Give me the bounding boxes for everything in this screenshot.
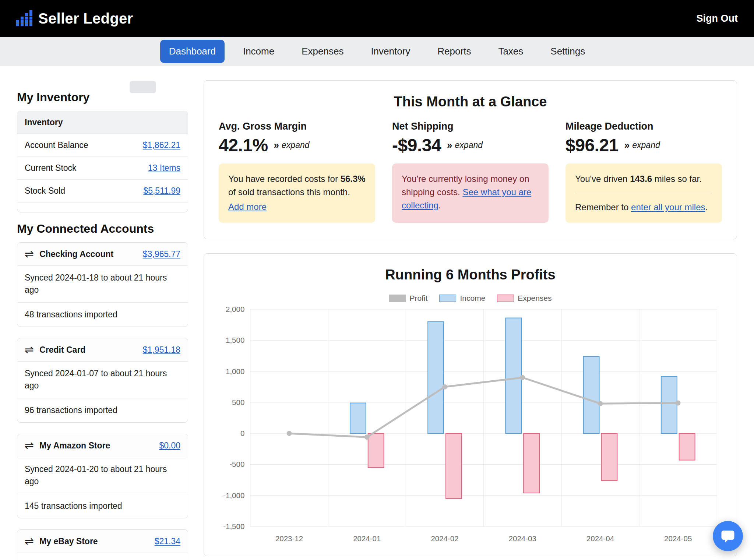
account-balance-link[interactable]: $1,862.21 (143, 140, 180, 150)
svg-text:2024-01: 2024-01 (353, 534, 381, 543)
legend-label: Income (460, 294, 485, 303)
account-transactions-text: 145 transactions imported (17, 494, 188, 518)
main-nav: Dashboard Income Expenses Inventory Repo… (0, 37, 754, 66)
stock-sold-link[interactable]: $5,511.99 (143, 186, 180, 196)
metric-value: 42.1% (219, 135, 268, 155)
chevrons-icon: » (447, 140, 452, 151)
account-balance-link[interactable]: $1,951.18 (143, 345, 180, 355)
account-transactions-text: 96 transactions imported (17, 398, 188, 422)
legend-swatch (389, 295, 406, 302)
account-name: Checking Account (39, 249, 113, 259)
glance-card: This Month at a Glance Avg. Gross Margin… (204, 80, 737, 239)
tab-expenses[interactable]: Expenses (293, 40, 352, 63)
note-line: You've driven 143.6 miles so far. (575, 172, 712, 186)
sync-icon: ⇌ (25, 440, 34, 451)
metric-gross-margin: Avg. Gross Margin 42.1% » expand You hav… (219, 121, 375, 223)
account-balance-link[interactable]: $3,965.77 (143, 249, 180, 259)
svg-text:-1,000: -1,000 (223, 491, 244, 499)
account-card-header: ⇌ My Amazon Store $0.00 (17, 434, 188, 457)
sign-out-link[interactable]: Sign Out (697, 13, 738, 24)
chat-bubble-icon (720, 529, 735, 543)
row-label: Stock Sold (25, 186, 65, 196)
legend-item[interactable]: Income (439, 294, 485, 303)
account-synced-text: Synced 2024-01-20 to about 21 hours ago (17, 457, 188, 494)
glance-metrics: Avg. Gross Margin 42.1% » expand You hav… (219, 121, 722, 223)
account-name: My eBay Store (39, 536, 98, 546)
expand-mileage-link[interactable]: » expand (624, 140, 660, 151)
expand-gross-margin-link[interactable]: » expand (274, 140, 310, 151)
brand-logo-icon (16, 10, 32, 27)
right-column: This Month at a Glance Avg. Gross Margin… (204, 80, 737, 560)
inventory-card: Inventory Account Balance $1,862.21 Curr… (17, 111, 188, 212)
tab-dashboard[interactable]: Dashboard (160, 40, 225, 63)
account-transactions-text: 48 transactions imported (17, 303, 188, 327)
note-bold: 143.6 (630, 174, 652, 184)
note-text: Remember to (575, 202, 631, 212)
svg-text:2024-03: 2024-03 (509, 534, 536, 543)
svg-text:1,500: 1,500 (226, 336, 244, 344)
tab-inventory[interactable]: Inventory (362, 40, 419, 63)
svg-text:500: 500 (232, 398, 244, 406)
profits-chart: -1,500-1,000-50005001,0001,5002,0002023-… (219, 305, 722, 548)
metric-label: Avg. Gross Margin (219, 121, 375, 132)
left-column: My Inventory Inventory Account Balance $… (17, 80, 188, 560)
profits-chart-card: Running 6 Months Profits ProfitIncomeExp… (204, 253, 737, 556)
svg-text:2023-12: 2023-12 (275, 534, 303, 543)
chart-title: Running 6 Months Profits (219, 267, 722, 283)
account-synced-text: Synced 2024-01-18 to about 21 hours ago (17, 266, 188, 303)
note-text: . (438, 200, 441, 210)
add-more-link[interactable]: Add more (228, 202, 267, 212)
account-balance-link[interactable]: $21.34 (155, 536, 180, 546)
tab-reports[interactable]: Reports (429, 40, 480, 63)
account-name: My Amazon Store (39, 441, 110, 451)
inventory-table-header: Inventory (17, 111, 188, 134)
note-text: You have recorded costs for (228, 174, 341, 184)
expand-label: expand (455, 140, 483, 150)
account-card-checking: ⇌ Checking Account $3,965.77 Synced 2024… (17, 242, 188, 327)
expand-label: expand (632, 140, 660, 150)
account-balance-link[interactable]: $0.00 (159, 441, 180, 451)
metric-value-row: $96.21 » expand (566, 135, 722, 155)
tab-taxes[interactable]: Taxes (489, 40, 532, 63)
chat-launcher-button[interactable] (713, 521, 743, 551)
gross-margin-note: You have recorded costs for 56.3% of sol… (219, 163, 375, 223)
enter-miles-link[interactable]: enter all your miles (631, 202, 705, 212)
account-card-header: ⇌ Credit Card $1,951.18 (17, 338, 188, 362)
note-bold: 56.3% (341, 174, 366, 184)
net-shipping-note: You're currently losing money on shippin… (392, 163, 549, 223)
legend-item[interactable]: Profit (389, 294, 427, 303)
table-row: Account Balance $1,862.21 (17, 134, 188, 157)
account-card-credit: ⇌ Credit Card $1,951.18 Synced 2024-01-0… (17, 338, 188, 423)
note-line: Remember to enter all your miles. (575, 201, 712, 214)
connected-accounts-heading: My Connected Accounts (17, 222, 188, 236)
table-row: Current Stock 13 Items (17, 157, 188, 180)
glance-title: This Month at a Glance (219, 94, 722, 110)
svg-text:1,000: 1,000 (226, 367, 244, 375)
mileage-note: You've driven 143.6 miles so far. Rememb… (566, 163, 722, 223)
account-synced-text: Synced 2024-01-23 to about 21 hours ago (17, 553, 188, 560)
account-card-header: ⇌ My eBay Store $21.34 (17, 530, 188, 553)
note-text: of sold transactions this month. (228, 187, 350, 197)
svg-text:2,000: 2,000 (226, 305, 244, 313)
app-header: Seller Ledger Sign Out (0, 0, 754, 37)
svg-text:-500: -500 (229, 460, 244, 468)
metric-value-row: -$9.34 » expand (392, 135, 549, 155)
brand: Seller Ledger (16, 10, 133, 27)
legend-label: Profit (409, 294, 427, 303)
legend-label: Expenses (518, 294, 552, 303)
chevrons-icon: » (624, 140, 630, 151)
svg-text:-1,500: -1,500 (223, 522, 244, 531)
inventory-card-footer (17, 202, 188, 212)
legend-item[interactable]: Expenses (497, 294, 552, 303)
note-text: . (705, 202, 708, 212)
current-stock-link[interactable]: 13 Items (148, 163, 180, 173)
sync-icon: ⇌ (25, 536, 34, 547)
legend-swatch (497, 295, 514, 302)
metric-label: Mileage Deduction (566, 121, 722, 132)
tab-income[interactable]: Income (234, 40, 283, 63)
svg-text:2024-04: 2024-04 (586, 534, 614, 543)
expand-net-shipping-link[interactable]: » expand (447, 140, 483, 151)
tab-settings[interactable]: Settings (542, 40, 594, 63)
sync-icon: ⇌ (25, 249, 34, 260)
chevrons-icon: » (274, 140, 279, 151)
